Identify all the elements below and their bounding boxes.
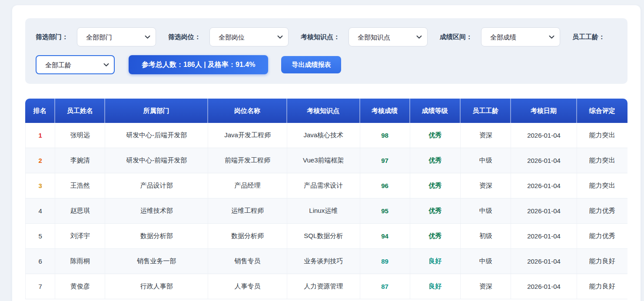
cell-date: 2026-01-04 [511, 198, 577, 224]
position-select[interactable]: 全部岗位 [209, 27, 289, 46]
cell-evaluation: 能力突出 [577, 123, 627, 148]
cell-tenure: 资深 [461, 123, 511, 148]
position-filter-label: 筛选岗位： [168, 33, 201, 41]
cell-rank: 2 [25, 148, 55, 173]
cell-score: 87 [360, 274, 410, 299]
column-header: 考核日期 [511, 99, 577, 123]
cell-dept: 行政人事部 [105, 274, 208, 299]
cell-name: 王浩然 [55, 173, 105, 198]
score-range-select-wrap: 全部成绩 [481, 27, 560, 46]
cell-score: 97 [360, 148, 410, 173]
cell-name: 刘泽宇 [55, 224, 105, 249]
cell-tenure: 资深 [461, 173, 511, 198]
cell-grade: 良好 [410, 274, 461, 299]
cell-position: Java开发工程师 [208, 123, 287, 148]
tenure-select[interactable]: 全部工龄 [36, 55, 115, 74]
cell-position: 销售专员 [208, 249, 287, 274]
cell-evaluation: 能力优秀 [577, 198, 627, 224]
cell-name: 陈雨桐 [55, 249, 105, 274]
cell-score: 89 [360, 249, 410, 274]
column-header: 岗位名称 [208, 99, 287, 123]
cell-rank: 6 [25, 249, 55, 274]
cell-evaluation: 能力突出 [577, 148, 627, 173]
cell-date: 2026-01-04 [511, 123, 577, 148]
column-header: 所属部门 [105, 99, 208, 123]
score-range-filter-label: 成绩区间： [440, 33, 472, 41]
cell-knowledge: SQL数据分析 [287, 224, 360, 249]
cell-tenure: 中级 [461, 148, 511, 173]
cell-knowledge: Vue3前端框架 [287, 148, 360, 173]
cell-date: 2026-01-04 [511, 148, 577, 173]
table-row: 7黄俊彦行政人事部人事专员人力资源管理87良好资深2026-01-04能力良好 [25, 274, 627, 299]
table-row: 6陈雨桐销售业务一部销售专员业务谈判技巧89良好中级2026-01-04能力良好 [25, 249, 627, 274]
cell-dept: 研发中心-后端开发部 [105, 123, 208, 148]
cell-rank: 7 [25, 274, 55, 299]
cell-knowledge: 产品需求设计 [287, 173, 360, 198]
cell-position: 运维工程师 [208, 198, 287, 224]
table-body: 1张明远研发中心-后端开发部Java开发工程师Java核心技术98优秀资深202… [25, 123, 627, 299]
cell-evaluation: 能力优秀 [577, 224, 627, 249]
filter-group-department: 筛选部门： 全部部门 [36, 27, 156, 46]
content-card: 筛选部门： 全部部门 筛选岗位： 全部岗位 考核知识点： 全部知识点 [12, 5, 641, 301]
table-row: 2李婉清研发中心-前端开发部前端开发工程师Vue3前端框架97优秀中级2026-… [25, 148, 627, 173]
department-filter-label: 筛选部门： [36, 33, 68, 41]
filter-group-position: 筛选岗位： 全部岗位 [168, 27, 289, 46]
cell-rank: 5 [25, 224, 55, 249]
cell-name: 李婉清 [55, 148, 105, 173]
column-header: 员工工龄 [461, 99, 511, 123]
cell-position: 前端开发工程师 [208, 148, 287, 173]
cell-name: 赵思琪 [55, 198, 105, 224]
cell-knowledge: Linux运维 [287, 198, 360, 224]
column-header: 考核知识点 [287, 99, 360, 123]
position-select-wrap: 全部岗位 [209, 27, 289, 46]
cell-evaluation: 能力突出 [577, 173, 627, 198]
cell-rank: 3 [25, 173, 55, 198]
filter-row-1: 筛选部门： 全部部门 筛选岗位： 全部岗位 考核知识点： 全部知识点 [36, 27, 617, 46]
score-range-select[interactable]: 全部成绩 [481, 27, 560, 46]
column-header: 成绩等级 [410, 99, 461, 123]
cell-rank: 4 [25, 198, 55, 224]
cell-grade: 优秀 [410, 148, 461, 173]
cell-tenure: 中级 [461, 249, 511, 274]
table-row: 3王浩然产品设计部产品经理产品需求设计96优秀资深2026-01-04能力突出 [25, 173, 627, 198]
column-header: 员工姓名 [55, 99, 105, 123]
cell-tenure: 初级 [461, 224, 511, 249]
cell-evaluation: 能力良好 [577, 249, 627, 274]
department-select[interactable]: 全部部门 [77, 27, 156, 46]
cell-grade: 优秀 [410, 198, 461, 224]
cell-date: 2026-01-04 [511, 224, 577, 249]
filter-group-tenure-label: 员工工龄： [572, 33, 614, 41]
cell-tenure: 资深 [461, 274, 511, 299]
column-header: 综合评定 [577, 99, 627, 123]
filter-group-score-range: 成绩区间： 全部成绩 [440, 27, 560, 46]
cell-grade: 优秀 [410, 123, 461, 148]
tenure-select-wrap: 全部工龄 [36, 55, 115, 74]
cell-knowledge: 人力资源管理 [287, 274, 360, 299]
stats-badge: 参考总人数：186人 | 及格率：91.4% [129, 55, 268, 74]
cell-dept: 产品设计部 [105, 173, 208, 198]
table-header: 排名员工姓名所属部门岗位名称考核知识点考核成绩成绩等级员工工龄考核日期综合评定 [25, 99, 627, 123]
cell-name: 黄俊彦 [55, 274, 105, 299]
cell-dept: 运维技术部 [105, 198, 208, 224]
cell-score: 95 [360, 198, 410, 224]
export-report-button[interactable]: 导出成绩报表 [281, 56, 341, 73]
cell-score: 98 [360, 123, 410, 148]
cell-grade: 优秀 [410, 224, 461, 249]
cell-score: 94 [360, 224, 410, 249]
column-header: 考核成绩 [360, 99, 410, 123]
score-table: 排名员工姓名所属部门岗位名称考核知识点考核成绩成绩等级员工工龄考核日期综合评定 … [25, 99, 627, 299]
cell-score: 96 [360, 173, 410, 198]
cell-position: 数据分析师 [208, 224, 287, 249]
tenure-filter-label: 员工工龄： [572, 33, 605, 41]
cell-date: 2026-01-04 [511, 173, 577, 198]
knowledge-select[interactable]: 全部知识点 [349, 27, 428, 46]
table-row: 1张明远研发中心-后端开发部Java开发工程师Java核心技术98优秀资深202… [25, 123, 627, 148]
table-header-row: 排名员工姓名所属部门岗位名称考核知识点考核成绩成绩等级员工工龄考核日期综合评定 [25, 99, 627, 123]
cell-knowledge: Java核心技术 [287, 123, 360, 148]
cell-grade: 良好 [410, 249, 461, 274]
table-row: 4赵思琪运维技术部运维工程师Linux运维95优秀中级2026-01-04能力优… [25, 198, 627, 224]
department-select-wrap: 全部部门 [77, 27, 156, 46]
cell-dept: 销售业务一部 [105, 249, 208, 274]
knowledge-filter-label: 考核知识点： [301, 33, 340, 41]
cell-dept: 研发中心-前端开发部 [105, 148, 208, 173]
